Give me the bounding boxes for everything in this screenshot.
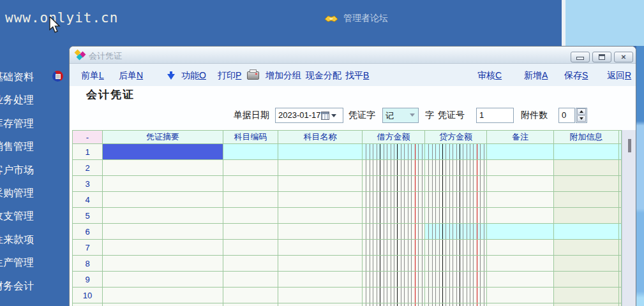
grid-cell[interactable]: [487, 224, 554, 240]
record-button-icon[interactable]: [52, 71, 63, 82]
grid-cell[interactable]: [487, 256, 554, 272]
grid-cell[interactable]: [363, 303, 425, 306]
grid-cell[interactable]: [425, 256, 487, 272]
toolbar-button-返回[interactable]: 返回R: [607, 70, 631, 82]
grid-cell[interactable]: [554, 224, 619, 240]
grid-cell[interactable]: [425, 272, 487, 288]
grid-cell[interactable]: [278, 176, 363, 192]
column-header-科目编码[interactable]: 科目编码: [223, 131, 278, 144]
toolbar-button-审核[interactable]: 审核C: [477, 70, 502, 82]
scrollbar-handle[interactable]: [628, 139, 631, 152]
attachment-count-input[interactable]: 0: [558, 108, 575, 123]
grid-cell[interactable]: [425, 176, 487, 192]
window-titlebar[interactable]: 会计凭证 ✕: [70, 47, 636, 64]
grid-cell[interactable]: [425, 303, 487, 306]
grid-cell[interactable]: [363, 176, 425, 192]
toolbar-button-新增[interactable]: 新增A: [524, 70, 548, 82]
grid-cell[interactable]: [278, 144, 363, 160]
grid-cell[interactable]: [223, 303, 278, 306]
grid-cell[interactable]: [554, 272, 619, 288]
grid-cell[interactable]: [425, 160, 487, 176]
grid-cell[interactable]: [363, 144, 425, 160]
grid-cell[interactable]: [278, 303, 363, 306]
grid-cell[interactable]: [103, 176, 223, 192]
grid-cell[interactable]: [554, 176, 619, 192]
grid-cell[interactable]: [363, 240, 425, 256]
grid-cell[interactable]: [103, 208, 223, 224]
grid-cell[interactable]: [278, 240, 363, 256]
sidebar-item-3[interactable]: 销售管理: [0, 140, 50, 154]
grid-cell[interactable]: [487, 160, 554, 176]
grid-cell[interactable]: [223, 256, 278, 272]
grid-cell[interactable]: [363, 288, 425, 303]
grid-cell[interactable]: [363, 272, 425, 288]
toolbar-button-功能[interactable]: 功能O: [181, 70, 206, 82]
forum-link[interactable]: 管理者论坛: [324, 13, 388, 24]
grid-cell[interactable]: [554, 303, 619, 306]
grid-cell[interactable]: [487, 288, 554, 303]
grid-cell[interactable]: [487, 272, 554, 288]
grid-cell[interactable]: [363, 208, 425, 224]
grid-cell[interactable]: [554, 256, 619, 272]
grid-cell[interactable]: [223, 160, 278, 176]
toolbar-button-增加分组[interactable]: 增加分组: [266, 70, 301, 82]
toolbar-button-找平[interactable]: 找平B: [345, 70, 369, 82]
grid-cell[interactable]: [103, 256, 223, 272]
column-header-借方金额[interactable]: 借方金额: [363, 131, 425, 144]
stepper-up-button[interactable]: [577, 108, 586, 115]
grid-cell[interactable]: [363, 160, 425, 176]
column-header-附加信息[interactable]: 附加信息: [554, 131, 619, 144]
grid-cell[interactable]: [425, 208, 487, 224]
grid-cell[interactable]: [487, 192, 554, 208]
column-header-rownum[interactable]: -: [73, 131, 103, 144]
sidebar-item-1[interactable]: 业务处理: [0, 94, 50, 107]
grid-cell[interactable]: [103, 288, 223, 303]
toolbar-button-保存[interactable]: 保存S: [564, 70, 588, 82]
grid-cell[interactable]: [223, 224, 278, 240]
maximize-button[interactable]: [592, 52, 611, 62]
grid-cell[interactable]: [103, 303, 223, 306]
grid-cell[interactable]: [363, 192, 425, 208]
grid-cell[interactable]: [223, 144, 278, 160]
grid-cell[interactable]: [554, 208, 619, 224]
grid-cell[interactable]: [223, 288, 278, 303]
grid-cell[interactable]: [425, 288, 487, 303]
toolbar-button-打印[interactable]: 打印P: [218, 70, 241, 82]
grid-cell[interactable]: [278, 192, 363, 208]
toolbar-button-前单[interactable]: 前单L: [81, 70, 104, 82]
grid-cell[interactable]: [554, 160, 619, 176]
close-button[interactable]: ✕: [614, 52, 633, 62]
sidebar-item-6[interactable]: 收支管理: [0, 210, 50, 223]
sidebar-item-0[interactable]: 基础资料: [0, 71, 50, 84]
grid-cell[interactable]: [278, 256, 363, 272]
grid-cell[interactable]: [223, 208, 278, 224]
grid-cell[interactable]: [425, 192, 487, 208]
grid-cell[interactable]: [425, 224, 487, 240]
sidebar-item-4[interactable]: 客户市场: [0, 164, 50, 177]
grid-cell[interactable]: [103, 192, 223, 208]
grid-cell[interactable]: [103, 272, 223, 288]
grid-cell[interactable]: [223, 176, 278, 192]
grid-cell[interactable]: [425, 240, 487, 256]
grid-cell[interactable]: [487, 240, 554, 256]
grid-cell[interactable]: [487, 176, 554, 192]
grid-cell[interactable]: [487, 208, 554, 224]
sidebar-item-8[interactable]: 生产管理: [0, 256, 50, 270]
grid-cell[interactable]: [554, 288, 619, 303]
voucher-word-select[interactable]: 记: [382, 108, 419, 123]
grid-cell[interactable]: [425, 144, 487, 160]
down-arrow-icon[interactable]: [167, 74, 175, 80]
grid-cell[interactable]: [363, 256, 425, 272]
calendar-picker-button[interactable]: [321, 110, 340, 121]
sidebar-item-2[interactable]: 库存管理: [0, 117, 50, 131]
grid-cell[interactable]: [223, 192, 278, 208]
grid-cell[interactable]: [278, 224, 363, 240]
toolbar-button-后单[interactable]: 后单N: [119, 70, 143, 82]
stepper-down-button[interactable]: [577, 115, 586, 122]
grid-cell[interactable]: [278, 272, 363, 288]
grid-cell[interactable]: [278, 208, 363, 224]
grid-cell[interactable]: [103, 224, 223, 240]
grid-cell[interactable]: [363, 224, 425, 240]
grid-cell[interactable]: [487, 303, 554, 306]
grid-cell[interactable]: [103, 160, 223, 176]
